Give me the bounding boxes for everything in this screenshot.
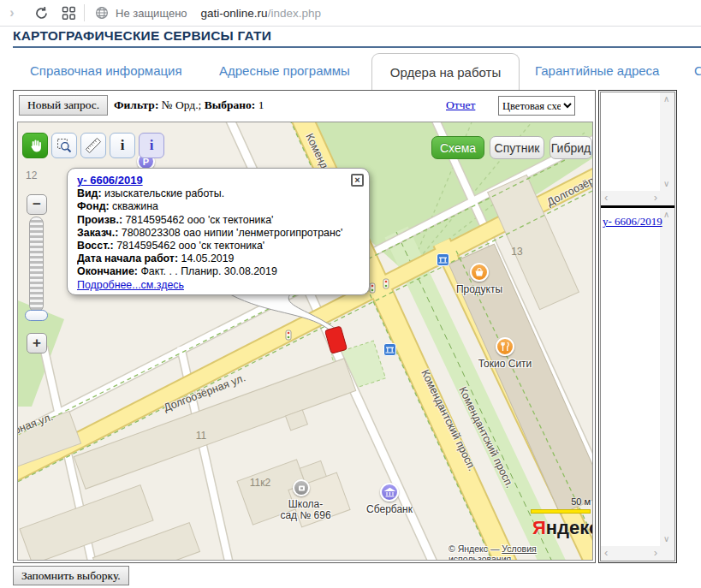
overpass-sign-icon	[437, 253, 449, 266]
tab-work-orders[interactable]: Ордера на работы	[371, 53, 520, 90]
page: › Не защищено gati-online.ru/index.php К…	[0, 0, 701, 588]
refresh-icon[interactable]	[33, 4, 50, 21]
zoom-in-button[interactable]: +	[27, 333, 47, 353]
balloon-row: Окончание: Факт. . . Планир. 30.08.2019	[77, 265, 348, 278]
building-number-13: 13	[511, 246, 522, 258]
map-type-satellite-button[interactable]: Спутник	[490, 136, 544, 159]
url-domain: gati-online.ru	[201, 7, 268, 20]
yandex-logo-rest: ндекс	[546, 517, 593, 538]
forward-icon[interactable]: ›	[3, 4, 21, 21]
sidebar-order-link[interactable]: у- 6606/2019	[603, 215, 662, 229]
row-value: 14.05.2019	[178, 252, 234, 264]
row-label: Вид:	[77, 187, 102, 199]
tab-partial[interactable]: С	[694, 63, 701, 78]
yandex-logo[interactable]: Яндекс	[532, 517, 593, 539]
url-path: /index.php	[268, 7, 321, 20]
results-panel-top: ∧ ∨ ‹ ›	[601, 92, 674, 208]
yandex-logo-ya: Я	[532, 517, 546, 538]
balloon-row: Восст.: 7814595462 ооо 'ск тектоника'	[77, 240, 348, 252]
grocery-icon[interactable]	[470, 263, 489, 282]
restaurant-label: Токио Сити	[478, 359, 532, 370]
globe-icon	[93, 4, 110, 21]
row-label: Фонд:	[77, 200, 110, 212]
tab-address-programs[interactable]: Адресные программы	[219, 63, 350, 78]
map-viewport[interactable]: Долгоозёрная Долгоозёрная ул. рная ул. К…	[17, 122, 593, 561]
zoom-slider-track[interactable]	[29, 217, 44, 312]
scroll-left-icon[interactable]: ‹	[604, 549, 608, 557]
balloon-row: Заказч.: 7808023308 оао нипии 'ленметрог…	[77, 227, 348, 240]
copyright-text: © Яндекс —	[449, 543, 502, 554]
balloon-row: Произв.: 7814595462 ооо 'ск тектоника'	[77, 214, 348, 227]
school-icon[interactable]	[293, 479, 310, 496]
restaurant-icon[interactable]	[496, 337, 514, 356]
title-rule	[13, 46, 701, 48]
remember-selection-button[interactable]: Запомнить выборку.	[13, 566, 129, 585]
new-query-button[interactable]: Новый запрос.	[19, 95, 108, 116]
apps-grid-icon[interactable]	[60, 4, 77, 21]
scroll-up-icon[interactable]: ∧	[663, 95, 669, 104]
row-value: скважина	[110, 200, 158, 212]
balloon-close-icon[interactable]: ×	[351, 174, 364, 187]
toolbar: Новый запрос. Фильтр: № Орд.; Выбрано: 1…	[14, 91, 595, 122]
results-sidebar: ∧ ∨ ‹ › у- 6606/2019 ∧ ∨ ‹ ›	[598, 90, 677, 563]
balloon-row: Фонд: скважина	[77, 200, 348, 213]
security-label[interactable]: Не защищено	[116, 7, 187, 20]
row-label: Дата начала работ:	[77, 252, 178, 264]
scroll-left-icon[interactable]: ‹	[604, 193, 608, 202]
horizontal-scrollbar[interactable]: ‹ ›	[601, 546, 674, 561]
map-copyright: © Яндекс — Условия использования	[449, 543, 592, 561]
scroll-down-icon[interactable]: ∨	[663, 180, 669, 188]
row-value: Факт. . . Планир. 30.08.2019	[138, 265, 277, 277]
map-type-hybrid-button[interactable]: Гибрид	[550, 136, 592, 159]
tab-work-orders-label: Ордера на работы	[390, 65, 501, 80]
report-link[interactable]: Отчет	[446, 98, 475, 112]
overpass-sign-icon	[383, 343, 396, 356]
ruler-tool-button[interactable]	[80, 133, 106, 158]
order-balloon: × у- 6606/2019 Вид: изыскательские работ…	[67, 168, 370, 295]
horizontal-scrollbar[interactable]: ‹ ›	[601, 191, 674, 205]
selected-value: 1	[255, 98, 264, 111]
zoom-slider-handle[interactable]	[25, 310, 48, 321]
scroll-right-icon[interactable]: ›	[654, 549, 657, 557]
info-tool-button[interactable]: i	[110, 133, 135, 158]
divider	[84, 4, 85, 21]
selected-label: Выбрано:	[205, 98, 256, 111]
building-number-11: 11	[196, 430, 206, 442]
tab-reference-info[interactable]: Справочная информация	[30, 63, 182, 78]
address-bar[interactable]: gati-online.ru/index.php	[201, 7, 321, 20]
vertical-scrollbar[interactable]: ∧ ∨	[660, 92, 674, 191]
pan-tool-button[interactable]	[22, 133, 48, 158]
zoom-level-label: 12	[26, 169, 37, 181]
map-type-scheme-button[interactable]: Схема	[431, 136, 484, 159]
school-label-line2: сад № 696	[280, 509, 330, 521]
zoom-out-button[interactable]: −	[27, 194, 47, 215]
scale-label: 50 м	[531, 496, 591, 507]
row-label: Окончание:	[77, 265, 138, 277]
object-info-tool-button[interactable]: i	[139, 133, 164, 158]
scroll-up-icon[interactable]: ∧	[663, 211, 669, 219]
bank-label: Сбербанк	[366, 504, 413, 515]
scale-bar	[531, 509, 591, 514]
scroll-right-icon[interactable]: ›	[654, 193, 657, 202]
filter-label: Фильтр:	[114, 98, 158, 111]
bank-icon[interactable]	[380, 483, 399, 502]
page-title: КАРТОГРАФИЧЕСКИЕ СЕРВИСЫ ГАТИ	[13, 28, 271, 44]
balloon-row: Дата начала работ: 14.05.2019	[77, 252, 348, 265]
results-sidebar-inner: ∧ ∨ ‹ › у- 6606/2019 ∧ ∨ ‹ ›	[600, 92, 675, 561]
balloon-order-link[interactable]: у- 6606/2019	[77, 174, 143, 187]
grocery-label: Продукты	[456, 284, 502, 295]
zoom-select-tool-button[interactable]	[51, 133, 77, 158]
tab-warranty-addresses[interactable]: Гарантийные адреса	[535, 63, 659, 78]
browser-chrome: › Не защищено gati-online.ru/index.php	[0, 0, 701, 27]
vertical-scrollbar[interactable]: ∧ ∨	[660, 208, 674, 546]
row-value: изыскательские работы.	[102, 187, 225, 199]
row-value: 7814595462 ооо 'ск тектоника'	[122, 214, 273, 226]
school-label: Школа-сад № 696	[280, 499, 330, 520]
balloon-details-link[interactable]: Подробнее...см.здесь	[77, 279, 184, 291]
row-label: Произв.:	[77, 214, 122, 226]
row-value: 7808023308 оао нипии 'ленметрогипротранс…	[118, 227, 342, 239]
color-scheme-select[interactable]: Цветовая схема	[498, 96, 575, 116]
main-panel: Новый запрос. Фильтр: № Орд.; Выбрано: 1…	[13, 90, 596, 563]
scroll-down-icon[interactable]: ∨	[663, 535, 669, 543]
row-value: 7814595462 ооо 'ск тектоника'	[114, 240, 264, 252]
